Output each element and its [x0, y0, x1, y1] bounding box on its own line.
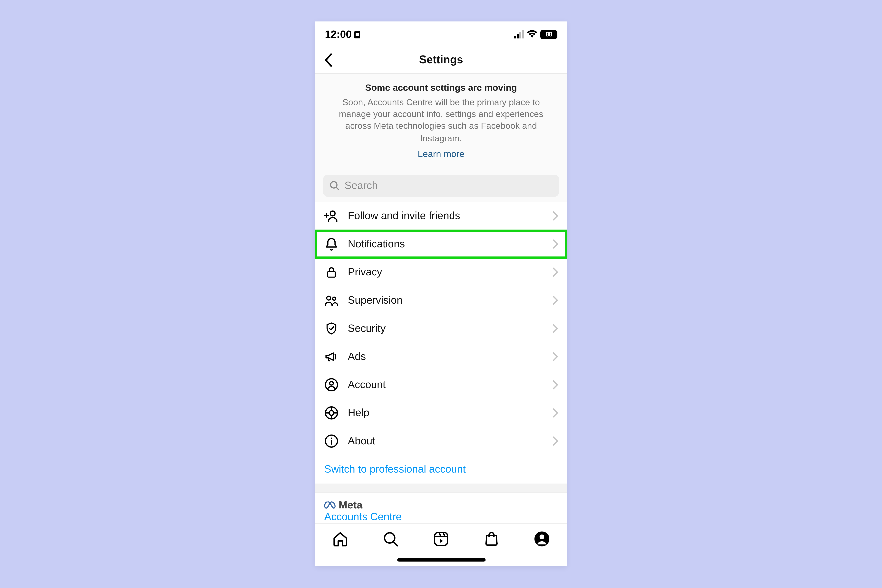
svg-rect-15 [435, 532, 447, 545]
tab-profile[interactable] [533, 530, 550, 547]
chevron-right-icon [552, 296, 558, 305]
svg-point-11 [329, 411, 334, 416]
info-icon [324, 434, 339, 448]
tab-home[interactable] [332, 530, 349, 547]
add-user-icon [324, 209, 339, 223]
search-icon [382, 530, 399, 547]
meta-logo-icon [324, 501, 336, 509]
chevron-right-icon [552, 380, 558, 390]
chevron-right-icon [552, 268, 558, 277]
svg-point-7 [333, 297, 336, 300]
tab-shop[interactable] [483, 530, 500, 547]
tab-bar [315, 523, 567, 566]
phone-screen: 12:00 88 Settings [315, 21, 567, 566]
search-container: Search [315, 169, 567, 202]
svg-line-3 [336, 188, 339, 190]
chevron-right-icon [552, 408, 558, 418]
row-label: About [348, 435, 543, 447]
svg-rect-5 [327, 272, 335, 278]
reels-icon [433, 530, 449, 547]
lock-icon [324, 265, 339, 279]
accounts-centre-link[interactable]: Accounts Centre [324, 511, 402, 522]
row-ads[interactable]: Ads [315, 343, 567, 371]
home-indicator [397, 558, 485, 561]
home-icon [332, 530, 348, 547]
banner-title: Some account settings are moving [325, 82, 557, 93]
switch-professional-link[interactable]: Switch to professional account [315, 455, 567, 483]
svg-point-4 [330, 211, 335, 216]
svg-point-9 [330, 382, 333, 385]
banner-text: Soon, Accounts Centre will be the primar… [327, 97, 556, 144]
battery-indicator: 88 [540, 30, 557, 39]
row-label: Supervision [348, 295, 543, 306]
meta-brand-text: Meta [339, 499, 362, 511]
row-label: Follow and invite friends [348, 210, 543, 222]
svg-rect-1 [356, 33, 359, 36]
learn-more-link[interactable]: Learn more [417, 148, 464, 159]
row-security[interactable]: Security [315, 315, 567, 343]
cellular-icon [514, 30, 524, 38]
megaphone-icon [324, 350, 339, 364]
row-privacy[interactable]: Privacy [315, 258, 567, 286]
help-icon [324, 406, 339, 420]
row-label: Notifications [348, 238, 543, 250]
settings-list: Follow and invite friends Notifications … [315, 202, 567, 550]
wifi-icon [526, 30, 538, 38]
chevron-right-icon [552, 212, 558, 221]
chevron-right-icon [552, 352, 558, 362]
svg-point-13 [331, 438, 332, 439]
page-title: Settings [315, 54, 567, 67]
chevron-right-icon [552, 324, 558, 333]
chevron-right-icon [552, 437, 558, 446]
shield-check-icon [324, 321, 339, 336]
row-account[interactable]: Account [315, 371, 567, 399]
search-placeholder: Search [344, 180, 378, 192]
meta-brand: Meta [324, 499, 558, 511]
tab-reels[interactable] [433, 530, 450, 547]
row-label: Ads [348, 351, 543, 363]
shop-icon [483, 530, 500, 547]
account-circle-icon [324, 378, 339, 392]
row-help[interactable]: Help [315, 399, 567, 427]
search-input[interactable]: Search [323, 174, 559, 197]
chevron-left-icon [324, 54, 332, 67]
profile-icon [534, 530, 550, 547]
info-banner: Some account settings are moving Soon, A… [315, 74, 567, 169]
section-divider [315, 483, 567, 493]
row-follow-invite[interactable]: Follow and invite friends [315, 202, 567, 230]
row-label: Help [348, 407, 543, 419]
row-label: Privacy [348, 266, 543, 278]
tab-search[interactable] [382, 530, 399, 547]
nav-header: Settings [315, 47, 567, 74]
row-about[interactable]: About [315, 427, 567, 455]
status-time: 12:00 [325, 28, 352, 40]
status-bar: 12:00 88 [315, 21, 567, 47]
chevron-right-icon [552, 240, 558, 249]
back-button[interactable] [315, 47, 341, 73]
row-label: Account [348, 379, 543, 391]
people-icon [324, 293, 339, 308]
row-supervision[interactable]: Supervision [315, 286, 567, 315]
svg-point-6 [327, 296, 331, 300]
row-notifications[interactable]: Notifications [315, 230, 567, 258]
battery-level: 88 [540, 30, 557, 39]
row-label: Security [348, 323, 543, 334]
sim-icon [354, 30, 362, 38]
bell-icon [324, 237, 339, 251]
search-icon [330, 181, 339, 190]
